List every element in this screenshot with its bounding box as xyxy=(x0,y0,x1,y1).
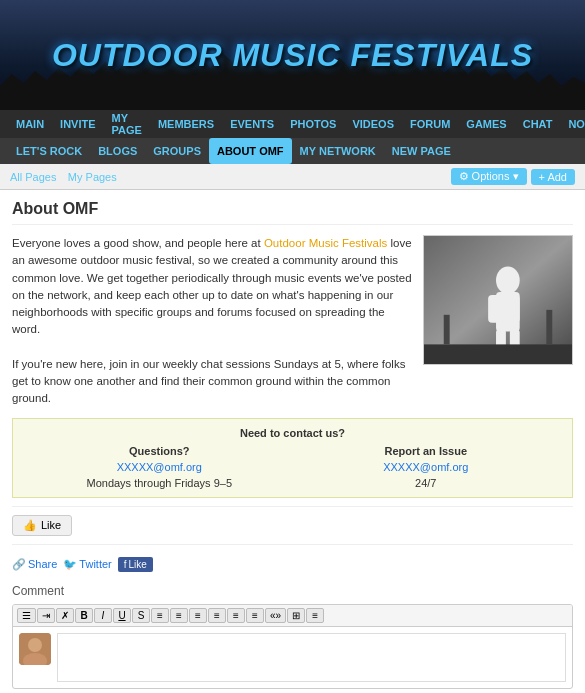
editor-body xyxy=(13,627,572,688)
toolbar-btn-list2[interactable]: ≡ xyxy=(246,608,264,623)
contact-box: Need to contact us? Questions? Report an… xyxy=(12,418,573,498)
contact-title: Need to contact us? xyxy=(28,427,557,439)
about-section: Everyone loves a good show, and people h… xyxy=(12,235,573,408)
about-paragraph-2: If you're new here, join in our weekly c… xyxy=(12,356,413,408)
questions-label: Questions? xyxy=(28,445,291,457)
share-link[interactable]: 🔗 Share xyxy=(12,558,57,571)
page-title: About OMF xyxy=(12,200,573,225)
toolbar-btn-italic[interactable]: I xyxy=(94,608,112,623)
comment-footer: ✋ Stop Following · Don't email me when p… xyxy=(12,689,573,694)
nav-new-page[interactable]: NEW PAGE xyxy=(384,138,459,164)
like-button[interactable]: 👍 Like xyxy=(12,515,72,536)
nav-secondary: LET'S ROCK BLOGS GROUPS ABOUT OMF MY NET… xyxy=(0,138,585,164)
toolbar-btn-grid[interactable]: ⊞ xyxy=(287,608,305,623)
nav-mypage[interactable]: MY PAGE xyxy=(104,110,150,138)
facebook-like-button[interactable]: f Like xyxy=(118,557,153,572)
report-email[interactable]: XXXXX@omf.org xyxy=(383,461,468,473)
svg-point-12 xyxy=(28,638,42,652)
toolbar-btn-quote[interactable]: «» xyxy=(265,608,286,623)
nav-games[interactable]: GAMES xyxy=(458,110,514,138)
twitter-link[interactable]: 🐦 Twitter xyxy=(63,558,111,571)
all-pages-link[interactable]: All Pages xyxy=(10,171,56,183)
toolbar-btn-2[interactable]: ⇥ xyxy=(37,608,55,623)
svg-point-2 xyxy=(496,266,520,294)
nav-invite[interactable]: INVITE xyxy=(52,110,103,138)
about-text: Everyone loves a good show, and people h… xyxy=(12,235,413,408)
contact-grid: Questions? Report an Issue XXXXX@omf.org… xyxy=(28,445,557,489)
nav-videos[interactable]: VIDEOS xyxy=(344,110,402,138)
svg-rect-4 xyxy=(488,295,500,323)
toolbar-btn-list1[interactable]: ≡ xyxy=(227,608,245,623)
report-hours: 24/7 xyxy=(295,477,558,489)
facebook-icon: f xyxy=(124,559,127,570)
about-paragraph-1: Everyone loves a good show, and people h… xyxy=(12,235,413,339)
header-banner: Outdoor Music Festivals xyxy=(0,0,585,110)
svg-rect-5 xyxy=(508,295,520,323)
nav-forum[interactable]: FORUM xyxy=(402,110,458,138)
toolbar-btn-align-left[interactable]: ≡ xyxy=(151,608,169,623)
nav-blogs[interactable]: BLOGS xyxy=(90,138,145,164)
options-button[interactable]: ⚙ Options ▾ xyxy=(451,168,527,185)
questions-email[interactable]: XXXXX@omf.org xyxy=(117,461,202,473)
like-section: 👍 Like xyxy=(12,506,573,545)
like-label: Like xyxy=(41,519,61,531)
svg-rect-10 xyxy=(546,310,552,345)
site-link[interactable]: Outdoor Music Festivals xyxy=(264,237,387,249)
site-title: Outdoor Music Festivals xyxy=(52,37,533,74)
nav-about-omf[interactable]: ABOUT OMF xyxy=(209,138,292,164)
add-button[interactable]: + Add xyxy=(531,169,575,185)
nav-lets-rock[interactable]: LET'S ROCK xyxy=(8,138,90,164)
toolbar-btn-1[interactable]: ☰ xyxy=(17,608,36,623)
share-row: 🔗 Share 🐦 Twitter f Like xyxy=(12,553,573,576)
nav-main[interactable]: MAIN xyxy=(8,110,52,138)
share-icon: 🔗 xyxy=(12,558,26,571)
report-label: Report an Issue xyxy=(295,445,558,457)
nav-members[interactable]: MEMBERS xyxy=(150,110,222,138)
nav-photos[interactable]: PHOTOS xyxy=(282,110,344,138)
comment-editor: ☰ ⇥ ✗ B I U S ≡ ≡ ≡ ≡ ≡ ≡ «» ⊞ ≡ xyxy=(12,604,573,689)
nav-events[interactable]: EVENTS xyxy=(222,110,282,138)
comment-input[interactable] xyxy=(57,633,566,682)
twitter-icon: 🐦 xyxy=(63,558,77,571)
my-pages-link[interactable]: My Pages xyxy=(68,171,117,183)
thumbs-up-icon: 👍 xyxy=(23,519,37,532)
comment-section: Comment ☰ ⇥ ✗ B I U S ≡ ≡ ≡ ≡ ≡ ≡ «» ⊞ ≡ xyxy=(12,576,573,694)
toolbar-btn-align-center[interactable]: ≡ xyxy=(170,608,188,623)
editor-toolbar: ☰ ⇥ ✗ B I U S ≡ ≡ ≡ ≡ ≡ ≡ «» ⊞ ≡ xyxy=(13,605,572,627)
comment-label: Comment xyxy=(12,584,573,598)
nav-notes[interactable]: NOTES xyxy=(560,110,585,138)
page-bar: All Pages My Pages ⚙ Options ▾ + Add xyxy=(0,164,585,190)
toolbar-btn-align-justify[interactable]: ≡ xyxy=(208,608,226,623)
content-area: About OMF Everyone loves a good show, an… xyxy=(0,190,585,693)
toolbar-btn-align-right[interactable]: ≡ xyxy=(189,608,207,623)
commenter-avatar xyxy=(19,633,51,665)
nav-my-network[interactable]: MY NETWORK xyxy=(292,138,384,164)
questions-hours: Mondays through Fridays 9–5 xyxy=(28,477,291,489)
page-bar-right: ⚙ Options ▾ + Add xyxy=(451,168,575,185)
nav-primary: MAIN INVITE MY PAGE MEMBERS EVENTS PHOTO… xyxy=(0,110,585,138)
concert-image-svg xyxy=(424,235,572,365)
about-image xyxy=(423,235,573,365)
nav-chat[interactable]: CHAT xyxy=(515,110,561,138)
image-placeholder xyxy=(424,236,572,364)
toolbar-btn-strike[interactable]: S xyxy=(132,608,150,623)
page-bar-links: All Pages My Pages xyxy=(10,170,125,184)
svg-rect-9 xyxy=(444,315,450,345)
toolbar-btn-more[interactable]: ≡ xyxy=(306,608,324,623)
svg-rect-8 xyxy=(424,344,572,364)
nav-groups[interactable]: GROUPS xyxy=(145,138,209,164)
toolbar-btn-bold[interactable]: B xyxy=(75,608,93,623)
toolbar-btn-underline[interactable]: U xyxy=(113,608,131,623)
toolbar-btn-clear[interactable]: ✗ xyxy=(56,608,74,623)
